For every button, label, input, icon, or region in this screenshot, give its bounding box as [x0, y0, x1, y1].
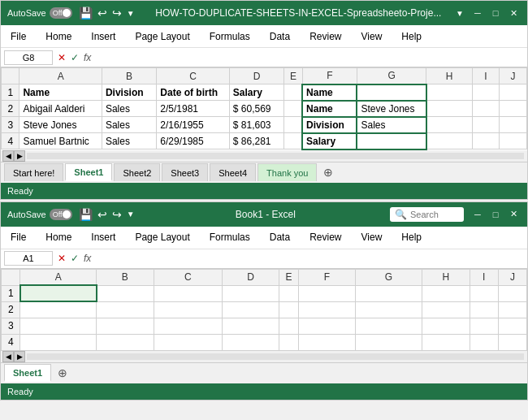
horizontal-scroll-bar[interactable]: ◀ ▶ [1, 150, 527, 162]
bottom-cell-c4[interactable] [154, 334, 222, 350]
bottom-col-header-c[interactable]: C [154, 269, 222, 285]
col-header-h[interactable]: H [426, 68, 472, 84]
bottom-tab-sheet1[interactable]: Sheet1 [4, 364, 51, 382]
bottom-cell-e3[interactable] [279, 318, 298, 334]
menu-data[interactable]: Data [266, 29, 293, 44]
bottom-col-header-f[interactable]: F [298, 269, 355, 285]
bottom-cell-h4[interactable] [422, 334, 470, 350]
cell-c2[interactable]: 2/5/1981 [157, 101, 229, 117]
bottom-menu-home[interactable]: Home [42, 230, 75, 245]
cell-i2[interactable] [472, 101, 500, 117]
cell-a4[interactable]: Samuel Bartnic [19, 133, 102, 149]
cell-g2[interactable]: Steve Jones [357, 101, 426, 117]
bottom-cell-g2[interactable] [355, 301, 422, 318]
scroll-left-btn[interactable]: ◀ [2, 150, 14, 162]
bottom-cell-b4[interactable] [97, 334, 154, 350]
autosave-toggle[interactable]: Off [50, 7, 72, 19]
bottom-add-sheet-button[interactable]: ⊕ [53, 365, 72, 381]
menu-file[interactable]: File [7, 29, 29, 44]
bottom-confirm-formula-icon[interactable]: ✓ [71, 253, 79, 264]
bottom-save-icon[interactable]: 💾 [79, 208, 93, 221]
menu-review[interactable]: Review [306, 29, 344, 44]
cell-c3[interactable]: 2/16/1955 [157, 117, 229, 133]
bottom-menu-page-layout[interactable]: Page Layout [132, 230, 193, 245]
col-header-g[interactable]: G [357, 68, 426, 84]
cell-b4[interactable]: Sales [102, 133, 156, 149]
search-box[interactable]: 🔍 [390, 207, 464, 222]
bottom-cell-h2[interactable] [422, 301, 470, 318]
bottom-col-header-e[interactable]: E [279, 269, 298, 285]
menu-view[interactable]: View [358, 29, 386, 44]
tab-thank-you[interactable]: Thank you [258, 163, 317, 181]
cell-g3[interactable]: Sales [357, 117, 426, 133]
bottom-cell-b3[interactable] [97, 318, 154, 334]
cell-f4[interactable]: Salary [302, 133, 357, 149]
search-input[interactable] [410, 210, 459, 219]
bottom-cell-e4[interactable] [279, 334, 298, 350]
minimize-button[interactable]: ─ [470, 6, 485, 20]
cell-d2[interactable]: $ 60,569 [229, 101, 283, 117]
cell-d3[interactable]: $ 81,603 [229, 117, 283, 133]
toolbar-dropdown-icon[interactable]: ▼ [127, 9, 135, 18]
cell-e3[interactable] [284, 117, 302, 133]
menu-help[interactable]: Help [398, 29, 425, 44]
bottom-col-header-a[interactable]: A [20, 269, 97, 285]
bottom-undo-icon[interactable]: ↩ [97, 208, 107, 221]
cell-j2[interactable] [500, 101, 527, 117]
cell-d4[interactable]: $ 86,281 [229, 133, 283, 149]
cell-i1[interactable] [472, 84, 500, 101]
bottom-toolbar-dropdown-icon[interactable]: ▼ [127, 210, 135, 219]
cell-i4[interactable] [472, 133, 500, 149]
bottom-cell-g1[interactable] [355, 285, 422, 301]
bottom-cell-i1[interactable] [470, 285, 498, 301]
col-header-b[interactable]: B [102, 68, 156, 84]
bottom-cell-d1[interactable] [222, 285, 279, 301]
col-header-j[interactable]: J [500, 68, 527, 84]
cell-h2[interactable] [426, 101, 472, 117]
bottom-cell-b2[interactable] [97, 301, 154, 318]
col-header-e[interactable]: E [284, 68, 302, 84]
bottom-cell-i2[interactable] [470, 301, 498, 318]
bottom-cell-f3[interactable] [298, 318, 355, 334]
col-header-f[interactable]: F [302, 68, 357, 84]
bottom-menu-review[interactable]: Review [306, 230, 344, 245]
cell-c1[interactable]: Date of birth [157, 84, 229, 101]
cell-f1[interactable]: Name [302, 84, 357, 101]
bottom-cell-g4[interactable] [355, 334, 422, 350]
tab-sheet4[interactable]: Sheet4 [210, 163, 256, 181]
bottom-col-header-j[interactable]: J [498, 269, 526, 285]
bottom-cell-h3[interactable] [422, 318, 470, 334]
cell-a1[interactable]: Name [19, 84, 102, 101]
bottom-menu-file[interactable]: File [7, 230, 29, 245]
cell-c4[interactable]: 6/29/1985 [157, 133, 229, 149]
bottom-cell-j1[interactable] [498, 285, 526, 301]
close-button[interactable]: ✕ [506, 6, 521, 20]
cell-f3[interactable]: Division [302, 117, 357, 133]
cell-reference-box[interactable]: G8 [4, 50, 53, 65]
fx-icon[interactable]: fx [84, 52, 91, 63]
bottom-cell-d4[interactable] [222, 334, 279, 350]
cell-g1[interactable] [357, 84, 426, 101]
save-icon[interactable]: 💾 [79, 6, 93, 19]
title-chevron[interactable]: ▼ [456, 9, 464, 18]
bottom-horizontal-scroll-bar[interactable]: ◀ ▶ [1, 351, 527, 362]
bottom-fx-icon[interactable]: fx [84, 253, 91, 264]
redo-icon[interactable]: ↪ [112, 6, 122, 19]
bottom-cell-a1[interactable] [20, 285, 97, 301]
bottom-menu-view[interactable]: View [358, 230, 386, 245]
bottom-cell-c3[interactable] [154, 318, 222, 334]
bottom-cell-d2[interactable] [222, 301, 279, 318]
bottom-cell-e1[interactable] [279, 285, 298, 301]
bottom-cell-j4[interactable] [498, 334, 526, 350]
col-header-a[interactable]: A [19, 68, 102, 84]
cell-d1[interactable]: Salary [229, 84, 283, 101]
bottom-cell-d3[interactable] [222, 318, 279, 334]
col-header-d[interactable]: D [229, 68, 283, 84]
cell-i3[interactable] [472, 117, 500, 133]
bottom-cell-b1[interactable] [97, 285, 154, 301]
tab-sheet1[interactable]: Sheet1 [65, 163, 112, 181]
bottom-cell-reference-box[interactable]: A1 [4, 251, 53, 266]
bottom-menu-data[interactable]: Data [266, 230, 293, 245]
bottom-scroll-left-btn[interactable]: ◀ [2, 351, 14, 362]
bottom-col-header-b[interactable]: B [97, 269, 154, 285]
